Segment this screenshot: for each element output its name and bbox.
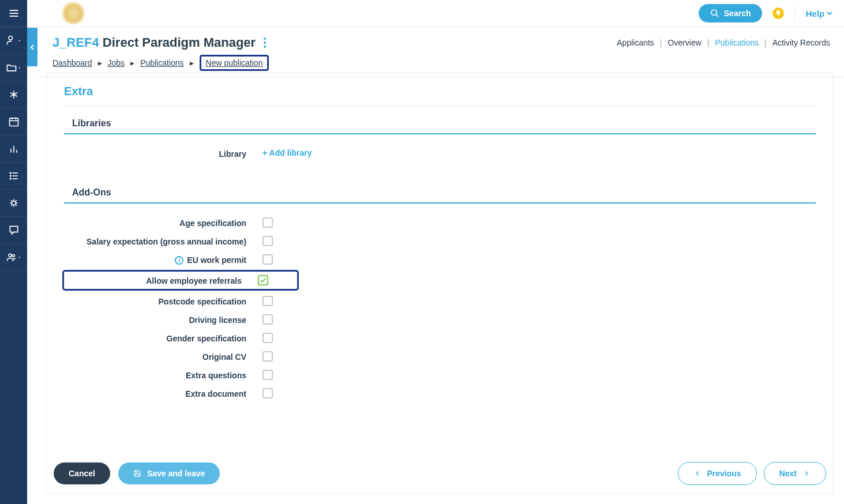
checkbox-driving[interactable] <box>262 314 273 325</box>
addon-label: Age specification <box>64 217 246 228</box>
previous-button[interactable]: Previous <box>678 462 757 485</box>
addon-label: i EU work permit <box>64 254 246 265</box>
search-label: Search <box>724 9 751 18</box>
sidebar <box>0 0 27 504</box>
info-icon[interactable]: i <box>175 256 183 265</box>
svg-line-25 <box>15 200 17 202</box>
subsection-libraries: Libraries <box>64 118 816 134</box>
addon-row-age: Age specification <box>64 217 816 228</box>
calendar-icon[interactable] <box>0 108 27 136</box>
addon-row-gender: Gender specification <box>64 333 816 343</box>
breadcrumb-new-publication[interactable]: New publication <box>206 58 263 67</box>
svg-point-28 <box>711 10 717 15</box>
addon-row-original-cv: Original CV <box>64 351 816 362</box>
list-icon[interactable] <box>0 163 27 190</box>
svg-point-26 <box>9 254 12 257</box>
cancel-button[interactable]: Cancel <box>54 462 110 484</box>
checkbox-extra-document[interactable] <box>262 388 273 398</box>
chevron-right-icon: ▸ <box>130 58 134 67</box>
addon-label: Original CV <box>64 351 246 362</box>
check-icon <box>259 276 267 284</box>
checkbox-original-cv[interactable] <box>262 351 273 362</box>
footer: Cancel Save and leave Previous Next <box>47 453 833 493</box>
library-row: Library + Add library <box>64 148 816 159</box>
tab-overview[interactable]: Overview <box>668 38 702 47</box>
addon-label: Salary expectation (gross annual income) <box>64 236 246 246</box>
message-icon[interactable] <box>0 217 27 244</box>
help-label: Help <box>805 9 824 18</box>
addon-label: Postcode specification <box>64 296 246 306</box>
checkbox-eu-permit[interactable] <box>262 254 273 265</box>
chevron-left-icon <box>693 469 702 477</box>
checkbox-salary[interactable] <box>262 236 273 246</box>
svg-line-24 <box>11 205 13 206</box>
svg-point-11 <box>10 172 11 174</box>
checkbox-extra-questions[interactable] <box>262 370 273 380</box>
checkbox-age[interactable] <box>262 217 273 228</box>
add-library-link[interactable]: + Add library <box>262 148 312 157</box>
svg-point-27 <box>12 254 14 257</box>
svg-point-15 <box>10 178 11 179</box>
chevron-right-icon: ▸ <box>98 58 102 67</box>
caret-down-icon <box>827 10 832 16</box>
next-button[interactable]: Next <box>764 462 826 485</box>
svg-rect-4 <box>9 118 18 126</box>
hint-bulb-icon[interactable] <box>772 7 784 19</box>
logo <box>56 2 91 25</box>
bug-icon[interactable] <box>0 190 27 217</box>
svg-point-17 <box>12 201 16 205</box>
svg-line-29 <box>716 14 718 17</box>
library-label: Library <box>64 148 246 159</box>
content: Extra Libraries Library + Add library Ad… <box>46 73 834 494</box>
chevron-right-icon <box>802 469 811 477</box>
search-icon <box>710 9 719 18</box>
chart-icon[interactable] <box>0 136 27 163</box>
sidebar-collapse-button[interactable] <box>27 28 37 66</box>
breadcrumb-dashboard[interactable]: Dashboard <box>52 58 92 67</box>
help-button[interactable]: Help <box>794 5 832 22</box>
group-icon[interactable] <box>0 244 27 271</box>
section-title: Extra <box>64 82 816 107</box>
save-and-leave-button[interactable]: Save and leave <box>118 462 220 484</box>
topbar: Search Help <box>27 0 844 27</box>
menu-icon[interactable] <box>0 0 27 27</box>
folder-icon[interactable] <box>0 54 27 81</box>
addon-label: Allow employee referrals <box>64 275 242 285</box>
svg-point-13 <box>10 175 11 176</box>
search-button[interactable]: Search <box>699 4 763 22</box>
page-tabs: Applicants | Overview | Publications | A… <box>617 38 830 47</box>
asterisk-icon[interactable] <box>0 81 27 108</box>
svg-line-22 <box>11 200 13 202</box>
svg-line-23 <box>15 205 17 206</box>
breadcrumb-publications[interactable]: Publications <box>140 58 184 67</box>
save-icon <box>133 469 141 477</box>
job-title: Direct Paradigm Manager <box>103 35 256 50</box>
checkbox-referrals[interactable] <box>258 275 268 285</box>
addon-row-extra-questions: Extra questions <box>64 370 816 380</box>
addon-row-eu-permit: i EU work permit <box>64 254 816 265</box>
addon-label: Extra document <box>64 388 246 398</box>
page-title: J_REF4 Direct Paradigm Manager <box>52 35 266 50</box>
checkbox-gender[interactable] <box>262 333 273 343</box>
breadcrumb: Dashboard ▸ Jobs ▸ Publications ▸ New pu… <box>52 55 830 71</box>
checkbox-postcode[interactable] <box>262 296 273 306</box>
addon-row-postcode: Postcode specification <box>64 296 816 306</box>
person-add-icon[interactable] <box>0 27 27 54</box>
breadcrumb-jobs[interactable]: Jobs <box>108 58 125 67</box>
job-ref: J_REF4 <box>52 35 99 50</box>
addon-label: Driving license <box>64 314 246 325</box>
subsection-addons: Add-Ons <box>64 187 816 204</box>
svg-point-3 <box>9 36 13 40</box>
tab-activity-records[interactable]: Activity Records <box>772 38 830 47</box>
addon-row-driving: Driving license <box>64 314 816 325</box>
addon-label: Extra questions <box>64 370 246 380</box>
tab-publications[interactable]: Publications <box>715 38 759 47</box>
kebab-menu-icon[interactable] <box>264 37 266 48</box>
chevron-right-icon: ▸ <box>190 58 194 67</box>
page-header: J_REF4 Direct Paradigm Manager Applicant… <box>37 27 844 77</box>
addon-row-referrals: Allow employee referrals <box>62 270 299 291</box>
addon-label: Gender specification <box>64 333 246 343</box>
addon-row-extra-document: Extra document <box>64 388 816 398</box>
tab-applicants[interactable]: Applicants <box>617 38 654 47</box>
addon-row-salary: Salary expectation (gross annual income) <box>64 236 816 246</box>
